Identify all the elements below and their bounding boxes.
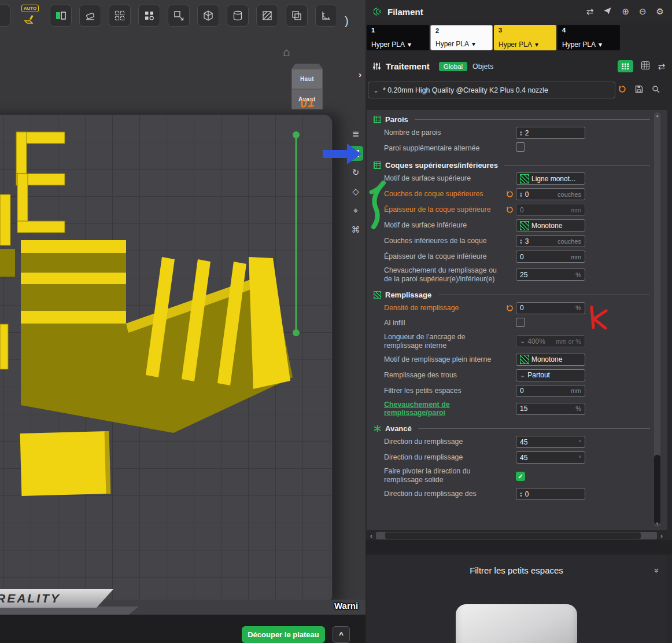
pattern-icon[interactable]: ⌘ (348, 222, 363, 237)
search-profile-icon[interactable] (652, 85, 660, 95)
global-grid-button[interactable] (618, 60, 633, 72)
viewport-3d[interactable]: AUTO (0, 0, 365, 643)
motif-sup-dropdown[interactable]: Ligne monot... (516, 172, 585, 185)
plate-settings-button[interactable] (138, 5, 160, 27)
auto-orient-button[interactable]: AUTO (18, 5, 42, 32)
row-direction-2: Direction du remplissage 45 ° (367, 450, 656, 465)
chevron-down-icon: ⌄ (520, 337, 525, 345)
direction2-input[interactable]: 45 ° (516, 451, 585, 464)
couches-inf-spinbox[interactable]: ▴▾ 3 couches (516, 235, 585, 247)
remove-filament-icon[interactable]: ⊖ (639, 6, 647, 17)
viewport-toolbar: AUTO (0, 5, 349, 32)
section-remplissage: Remplissage (374, 291, 650, 299)
nombre-parois-spinbox[interactable]: ▴▾ 2 (516, 127, 585, 139)
scroll-left-icon[interactable]: ‹ (367, 531, 376, 540)
scroll-right-icon[interactable]: › (657, 531, 666, 540)
tab-objects[interactable]: Objets (472, 63, 493, 71)
motif-plein-dropdown[interactable]: Monotone (516, 354, 585, 366)
filament-slot-3[interactable]: 3 Hyper PLA▾ (494, 25, 556, 50)
scroll-down-icon[interactable]: ▾ (654, 521, 660, 526)
arrange-layout-button[interactable] (50, 5, 72, 27)
mesh-icon[interactable]: ◇ (348, 184, 363, 199)
send-icon[interactable] (603, 6, 612, 17)
home-view-icon[interactable]: ⌂ (283, 45, 290, 59)
horizontal-scrollbar[interactable]: ‹ › (367, 531, 666, 540)
paroi-alternee-checkbox[interactable] (516, 142, 525, 152)
reset-icon[interactable] (503, 206, 516, 214)
filtrer-input[interactable]: 0 mm (516, 385, 585, 397)
sync-filament-icon[interactable]: ⇄ (586, 6, 594, 17)
scroll-up-icon[interactable]: ▴ (654, 113, 660, 118)
table-view-icon[interactable] (641, 61, 650, 72)
reset-icon[interactable] (503, 304, 516, 312)
filament-slot-1[interactable]: 1 Hyper PLA▾ (367, 25, 429, 50)
densite-input[interactable]: 0 % (516, 302, 585, 314)
spinner-arrows[interactable]: ▴▾ (520, 238, 522, 244)
ai-infill-checkbox[interactable] (516, 318, 525, 327)
view-cube-haut[interactable]: Haut (291, 69, 323, 89)
expand-panel-button[interactable]: ^ (333, 626, 350, 643)
reset-icon[interactable] (503, 190, 516, 198)
row-motif-sup: Motif de surface supérieure Ligne monot.… (367, 171, 656, 186)
target-icon[interactable]: ⌖ (348, 203, 363, 218)
settings-scroll-area[interactable]: Parois Nombre de parois ▴▾ 2 Paroi suppl… (367, 110, 667, 530)
spinner-arrows[interactable]: ▴▾ (520, 491, 522, 497)
compare-settings-icon[interactable]: ⇄ (658, 61, 665, 72)
save-profile-icon[interactable] (635, 85, 643, 95)
epaisseur-inf-input[interactable]: 0 mm (516, 251, 585, 263)
chev-paroi-link[interactable]: Chevauchement de remplissage/paroi (384, 401, 503, 418)
filament-slot-4[interactable]: 4 Hyper PLA▾ (557, 25, 620, 50)
dropdown-arrow-icon[interactable]: ▾ (472, 40, 475, 48)
dropdown-arrow-icon[interactable]: ▾ (535, 41, 538, 49)
direction1-input[interactable]: 45 ° (516, 436, 585, 448)
chevron-down-icon: ⌄ (373, 86, 379, 94)
double-chevron-icon[interactable]: » (652, 568, 662, 573)
lasso-icon[interactable]: ) (345, 14, 349, 28)
chev-paroi-input[interactable]: 15 % (516, 403, 585, 415)
add-filament-icon[interactable]: ⊕ (622, 6, 629, 17)
row-ai-infill: AI infill (367, 316, 656, 331)
panel-gap (365, 540, 672, 554)
scrollbar-thumb[interactable] (654, 455, 660, 524)
couches-sup-spinbox[interactable]: ▴▾ 0 couches (516, 188, 585, 200)
reset-profile-icon[interactable] (618, 85, 626, 95)
active-grid-tool-icon[interactable] (348, 146, 363, 161)
profile-dropdown[interactable]: ⌄ * 0.20mm High Quality @Creality K2 Plu… (368, 82, 615, 98)
layers-icon[interactable]: ≣ (348, 127, 363, 142)
transform-button[interactable] (168, 5, 190, 27)
direction-des-spinbox[interactable]: ▴▾ 0 (516, 488, 585, 500)
ancrage-dropdown[interactable]: ⌄ 400% mm or % (516, 335, 585, 347)
clone-button[interactable] (286, 5, 308, 27)
filament-settings-icon[interactable]: ⚙ (656, 6, 664, 17)
process-title: Traitement (386, 61, 430, 71)
trous-dropdown[interactable]: ⌄ Partout (516, 369, 585, 381)
support-pattern-button[interactable] (256, 5, 278, 27)
motif-inf-dropdown[interactable]: Monotone (516, 219, 585, 232)
pivoter-checkbox[interactable]: ✓ (516, 472, 525, 481)
dropdown-arrow-icon[interactable]: ▾ (408, 41, 411, 49)
row-paroi-alternee: Paroi supplémentaire alternée (367, 141, 656, 156)
panel-collapse-chevron[interactable]: › (359, 69, 361, 79)
eraser-button[interactable] (79, 5, 101, 27)
chevauchement-coque-input[interactable]: 25 % (516, 269, 585, 281)
hscroll-track[interactable] (376, 532, 657, 539)
vertical-scrollbar[interactable]: ▴ ▾ (654, 112, 660, 527)
epaisseur-sup-input[interactable]: 0 mm (516, 204, 585, 216)
multi-plate-button[interactable] (109, 5, 131, 27)
filament-slot-2[interactable]: 2 Hyper PLA▾ (430, 25, 493, 50)
spinner-arrows[interactable]: ▴▾ (520, 130, 522, 136)
dropdown-arrow-icon[interactable]: ▾ (599, 41, 602, 49)
slice-plate-button[interactable]: Découper le plateau (242, 626, 325, 643)
clipped-tool-button[interactable] (0, 5, 10, 27)
tab-global[interactable]: Global (439, 62, 467, 71)
hscroll-thumb[interactable] (385, 532, 641, 539)
measure-button[interactable] (315, 5, 337, 27)
logo-banner-shadow (0, 607, 139, 615)
spinner-arrows[interactable]: ▴▾ (520, 192, 522, 197)
cube-button[interactable] (197, 5, 219, 27)
rotate-icon[interactable]: ↻ (348, 165, 363, 180)
cylinder-button[interactable] (227, 5, 249, 27)
row-pivoter: Faire pivoter la direction du remplissag… (367, 465, 656, 486)
row-chevauchement-coque: Chevauchement du remplissage ou de la pa… (367, 264, 656, 285)
shells-icon (374, 161, 381, 169)
